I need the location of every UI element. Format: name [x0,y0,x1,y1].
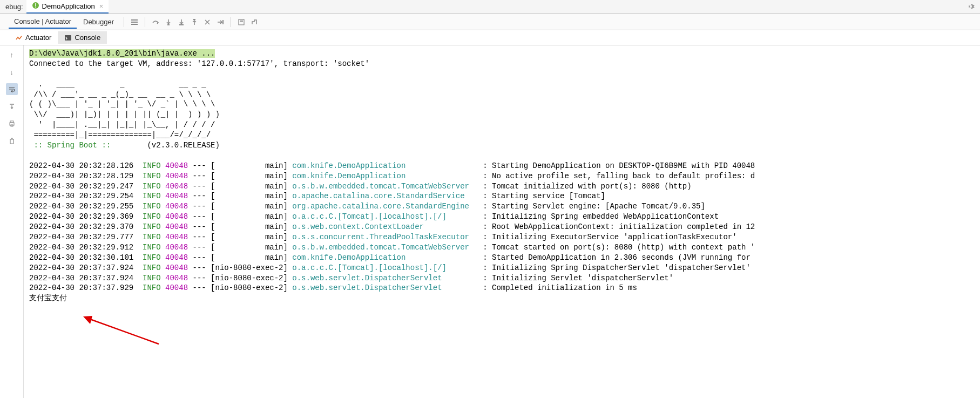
debug-label: ebug: [2,3,26,11]
svg-rect-11 [65,35,71,41]
console-line: Connected to the target VM, address: '12… [29,59,975,69]
annotation-arrow-icon [80,314,161,347]
svg-point-1 [35,6,36,8]
console-output[interactable]: D:\dev\Java\jdk1.8.0_201\bin\java.exe ..… [24,45,980,398]
clear-icon[interactable] [6,135,18,147]
gear-icon[interactable] [966,2,975,12]
console-line: 2022-04-30 20:37:37.929 INFO 40048 --- [… [29,283,975,293]
print-icon[interactable] [6,118,18,130]
run-config-name: DemoApplication [42,2,95,10]
svg-rect-4 [131,24,138,25]
console-gutter: ↑ ↓ [0,45,24,398]
console-line: 2022-04-30 20:32:29.370 INFO 40048 --- [… [29,222,975,232]
debug-toolbar: Console | Actuator Debugger [0,14,980,30]
run-config-bar: ebug: DemoApplication × [0,0,980,14]
run-config-tab[interactable]: DemoApplication × [26,0,109,14]
svg-marker-16 [83,316,92,324]
svg-rect-3 [131,22,138,23]
console-line: ' |____| .__|_| |_|_| |_\__, | / / / / [29,120,975,130]
svg-line-15 [89,319,159,344]
trace-icon[interactable] [248,16,260,28]
soft-wrap-icon[interactable] [6,83,18,95]
svg-rect-13 [10,121,13,123]
svg-rect-8 [222,20,224,24]
step-over-icon[interactable] [150,16,161,28]
console-line: 2022-04-30 20:32:28.126 INFO 40048 --- [… [29,161,975,171]
svg-rect-6 [179,24,184,25]
console-line: 2022-04-30 20:32:29.912 INFO 40048 --- [… [29,242,975,253]
separator [231,17,231,27]
subtab-console-label: Console [75,33,100,42]
step-into-icon[interactable] [163,16,174,28]
threads-icon[interactable] [129,16,140,28]
separator [124,17,124,27]
subtab-actuator-label: Actuator [25,33,51,42]
console-line: 2022-04-30 20:32:29.369 INFO 40048 --- [… [29,212,975,222]
console-sub-tabs: Actuator Console [0,30,980,45]
console-line: 2022-04-30 20:37:37.924 INFO 40048 --- [… [29,263,975,273]
console-line: 2022-04-30 20:32:30.101 INFO 40048 --- [… [29,253,975,263]
step-out-icon[interactable] [188,16,200,28]
svg-rect-7 [193,19,195,20]
console-line: 支付宝支付 [29,293,975,303]
tab-console-actuator[interactable]: Console | Actuator [9,15,77,29]
console-icon [64,34,72,42]
force-step-into-icon[interactable] [175,16,187,28]
separator [145,17,145,27]
console-line: \\/ ___)| |_)| | | | | || (_| | ) ) ) ) [29,110,975,120]
console-line: =========|_|==============|___/=/_/_/_/ [29,130,975,140]
console-line: 2022-04-30 20:32:29.255 INFO 40048 --- [… [29,201,975,212]
console-line: 2022-04-30 20:37:37.924 INFO 40048 --- [… [29,273,975,284]
svg-rect-10 [240,21,243,22]
tab-debugger[interactable]: Debugger [78,16,119,28]
scroll-down-icon[interactable]: ↓ [6,66,18,78]
evaluate-icon[interactable] [235,16,247,28]
scroll-to-end-icon[interactable] [6,100,18,112]
console-line: D:\dev\Java\jdk1.8.0_201\bin\java.exe ..… [29,49,975,59]
console-line [29,151,975,161]
console-line [29,69,975,79]
svg-rect-2 [131,19,138,21]
subtab-actuator[interactable]: Actuator [9,31,58,44]
console-line: :: Spring Boot :: (v2.3.0.RELEASE) [29,140,975,151]
content-area: ↑ ↓ D:\dev\Java\jdk1.8.0_201\bin\java.ex… [0,45,980,398]
console-line: . ____ _ __ _ _ [29,79,975,90]
console-line: ( ( )\___ | '_ | '_| | '_ \/ _` | \ \ \ … [29,99,975,110]
console-line: /\\ / ___'_ __ _ _(_)_ __ __ _ \ \ \ \ [29,90,975,100]
console-line: 2022-04-30 20:32:29.247 INFO 40048 --- [… [29,181,975,192]
svg-rect-9 [239,19,244,25]
subtab-console[interactable]: Console [58,31,107,44]
svg-rect-5 [167,24,170,25]
run-to-cursor-icon[interactable] [214,16,226,28]
console-line: 2022-04-30 20:32:29.777 INFO 40048 --- [… [29,232,975,242]
scroll-up-icon[interactable]: ↑ [6,49,18,60]
actuator-icon [15,34,23,42]
console-line: 2022-04-30 20:32:29.254 INFO 40048 --- [… [29,191,975,201]
close-icon[interactable]: × [99,2,104,10]
spring-boot-icon [32,2,39,11]
console-line: 2022-04-30 20:32:28.129 INFO 40048 --- [… [29,171,975,181]
drop-frame-icon[interactable] [201,16,213,28]
